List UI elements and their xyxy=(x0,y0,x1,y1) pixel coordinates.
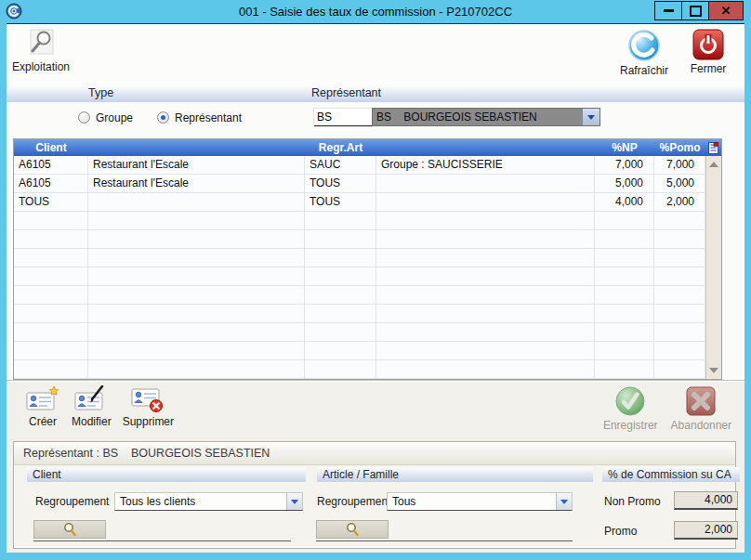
table-row-empty[interactable] xyxy=(14,212,705,230)
cell-client-code: TOUS xyxy=(14,193,88,211)
cell-client-name xyxy=(88,193,305,211)
client-search-field[interactable] xyxy=(33,520,291,541)
close-button[interactable]: ✕ xyxy=(708,1,744,20)
edit-record-icon xyxy=(73,385,109,413)
commission-grid: Client Regr.Art %NP %Pomo xyxy=(13,138,722,380)
regroupement-client-dropdown[interactable]: Tous les clients xyxy=(114,492,303,511)
radio-groupe[interactable] xyxy=(78,111,90,124)
cell-regr-name: Groupe : SAUCISSERIE xyxy=(376,156,595,174)
col-header-pomo: %Pomo xyxy=(654,141,705,154)
scroll-up-button[interactable] xyxy=(706,157,721,172)
dropdown-arrow-button[interactable] xyxy=(286,493,302,510)
window-title: 001 - Saisie des taux de commission - P2… xyxy=(0,0,751,23)
cell-client-name: Restaurant l'Escale xyxy=(88,175,305,192)
abandonner-label: Abandonner xyxy=(671,419,731,432)
section-article: Article / Famille xyxy=(317,467,593,482)
regroupement-article-dropdown[interactable]: Tous xyxy=(387,492,573,511)
article-search-field[interactable] xyxy=(316,520,573,541)
chevron-down-icon xyxy=(560,500,568,504)
representant-combo[interactable]: BS BOURGEOIS SEBASTIEN xyxy=(372,108,600,126)
article-search-button[interactable] xyxy=(316,520,389,539)
cell-regr-code: TOUS xyxy=(305,193,376,211)
col-header-client: Client xyxy=(14,141,88,154)
col-header-np: %NP xyxy=(595,141,654,154)
top-toolbar: Exploitation Rafraîchir xyxy=(7,24,744,84)
col-header-regrart: Regr.Art xyxy=(305,141,376,154)
regroupement-article-label: Regroupement xyxy=(317,495,390,508)
combo-dropdown-button[interactable] xyxy=(582,109,599,125)
regroupement-client-value: Tous les clients xyxy=(115,495,286,508)
new-record-icon xyxy=(25,385,60,413)
notepad-icon xyxy=(708,142,718,154)
table-row-empty[interactable] xyxy=(14,267,705,286)
cell-promo: 5,000 xyxy=(654,175,705,192)
non-promo-label: Non Promo xyxy=(604,495,661,508)
table-row-empty[interactable] xyxy=(14,230,705,249)
exploitation-button[interactable]: Exploitation xyxy=(8,29,73,73)
supprimer-button[interactable]: Supprimer xyxy=(123,385,174,428)
dropdown-arrow-button[interactable] xyxy=(556,493,572,510)
power-icon xyxy=(692,29,724,60)
type-header: Type xyxy=(88,86,113,99)
radio-groupe-label: Groupe xyxy=(96,111,133,124)
vertical-scrollbar[interactable] xyxy=(705,156,721,379)
table-row[interactable]: A6105 Restaurant l'Escale TOUS 5,000 5,0… xyxy=(14,175,705,193)
non-promo-field[interactable]: 4,000 xyxy=(674,491,738,510)
cell-regr-name xyxy=(376,193,595,211)
triangle-down-icon xyxy=(709,368,718,373)
detail-panel: Représentant : BS BOURGEOIS SEBASTIEN Cl… xyxy=(13,441,736,549)
table-row-empty[interactable] xyxy=(14,305,705,323)
table-row-empty[interactable] xyxy=(14,360,705,379)
table-row-empty[interactable] xyxy=(14,249,705,267)
representant-code-input[interactable] xyxy=(314,109,372,126)
delete-record-icon xyxy=(130,385,165,413)
refresh-label: Rafraîchir xyxy=(620,64,668,77)
save-cancel-buttons: Enregistrer Abandonner xyxy=(603,385,731,432)
client-search-button[interactable] xyxy=(33,520,106,539)
maximize-button[interactable] xyxy=(681,1,709,20)
scroll-down-button[interactable] xyxy=(706,363,721,378)
save-check-icon xyxy=(614,385,646,417)
exploitation-label: Exploitation xyxy=(12,60,70,73)
representant-header: Représentant xyxy=(311,86,381,99)
filter-header-strip: Type Représentant xyxy=(7,85,744,102)
abandonner-button[interactable]: Abandonner xyxy=(671,385,731,432)
action-bar: Créer Modifier xyxy=(7,383,744,440)
promo-label: Promo xyxy=(604,525,637,538)
supprimer-label: Supprimer xyxy=(123,415,174,428)
minimize-button[interactable] xyxy=(654,1,682,20)
triangle-up-icon xyxy=(709,162,718,167)
refresh-button[interactable]: Rafraîchir xyxy=(613,29,676,77)
table-row-empty[interactable] xyxy=(14,286,705,305)
grid-header: Client Regr.Art %NP %Pomo xyxy=(14,139,721,156)
cell-np: 5,000 xyxy=(595,175,654,192)
promo-field[interactable]: 2,000 xyxy=(674,521,738,540)
enregistrer-label: Enregistrer xyxy=(603,419,658,432)
grid-body: A6105 Restaurant l'Escale SAUC Groupe : … xyxy=(14,156,721,379)
table-row-empty[interactable] xyxy=(14,342,705,360)
cell-regr-name xyxy=(376,175,595,192)
maximize-icon xyxy=(690,6,702,17)
cell-promo: 2,000 xyxy=(654,193,705,211)
representant-combo-value: BS BOURGEOIS SEBASTIEN xyxy=(373,111,582,124)
table-row[interactable]: TOUS TOUS 4,000 2,000 xyxy=(14,193,705,212)
fermer-button[interactable]: Fermer xyxy=(683,29,733,75)
window-content: Exploitation Rafraîchir xyxy=(7,23,744,553)
minimize-icon xyxy=(664,9,674,12)
magnifier-icon xyxy=(25,29,57,59)
cell-np: 7,000 xyxy=(595,156,654,174)
cell-promo: 7,000 xyxy=(654,156,705,174)
regroupement-client-label: Regroupement xyxy=(35,495,109,508)
cell-regr-code: SAUC xyxy=(305,156,376,174)
representant-line: Représentant : BS BOURGEOIS SEBASTIEN xyxy=(14,442,735,465)
table-row-empty[interactable] xyxy=(14,323,705,342)
grid-properties-button[interactable] xyxy=(705,142,721,154)
grid-empty-rows xyxy=(14,212,721,379)
record-buttons: Créer Modifier xyxy=(25,385,174,428)
modifier-button[interactable]: Modifier xyxy=(72,385,112,428)
table-row[interactable]: A6105 Restaurant l'Escale SAUC Groupe : … xyxy=(14,156,705,175)
radio-representant[interactable] xyxy=(157,111,169,124)
enregistrer-button[interactable]: Enregistrer xyxy=(603,385,658,432)
cell-client-code: A6105 xyxy=(14,156,88,174)
creer-button[interactable]: Créer xyxy=(25,385,60,428)
